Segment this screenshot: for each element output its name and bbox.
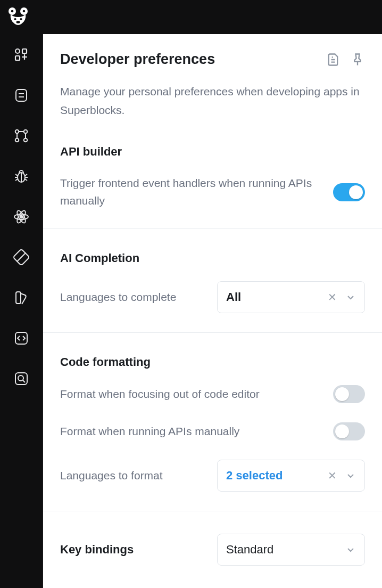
- trigger-events-label: Trigger frontend event handlers when run…: [60, 175, 318, 209]
- topbar: [0, 0, 382, 34]
- workflow-icon[interactable]: [12, 127, 30, 145]
- chevron-down-icon: [345, 292, 356, 303]
- react-icon[interactable]: [12, 208, 30, 226]
- key-bindings-label: Key bindings: [60, 541, 202, 559]
- svg-point-15: [15, 130, 19, 134]
- svg-point-17: [15, 138, 19, 142]
- svg-point-16: [24, 130, 28, 134]
- format-run-label: Format when running APIs manually: [60, 423, 318, 440]
- svg-rect-12: [16, 89, 27, 101]
- search-icon[interactable]: [12, 370, 30, 388]
- svg-line-29: [23, 380, 25, 382]
- app-logo-icon: [7, 6, 29, 28]
- svg-point-20: [20, 215, 22, 218]
- svg-point-6: [16, 21, 20, 23]
- svg-rect-9: [15, 56, 20, 60]
- api-builder-heading: API builder: [60, 145, 365, 159]
- languages-format-label: Languages to format: [60, 467, 202, 485]
- format-focus-out-label: Format when focusing out of code editor: [60, 386, 318, 403]
- page-title: Developer preferences: [60, 51, 316, 68]
- chevron-down-icon: [345, 470, 356, 481]
- svg-rect-25: [16, 292, 21, 304]
- svg-rect-27: [15, 373, 27, 385]
- clear-icon[interactable]: ✕: [326, 289, 339, 306]
- page-subtitle: Manage your personal preferences when de…: [60, 83, 365, 119]
- languages-complete-select[interactable]: All ✕: [217, 281, 365, 313]
- languages-complete-value: All: [226, 290, 319, 304]
- svg-point-28: [18, 375, 23, 381]
- preferences-panel: Developer preferences Manage your person…: [43, 34, 382, 588]
- chevron-down-icon: [345, 544, 356, 555]
- svg-point-18: [24, 138, 28, 142]
- left-sidebar: [0, 34, 43, 588]
- format-run-toggle[interactable]: [333, 422, 365, 440]
- document-icon[interactable]: [326, 52, 341, 67]
- svg-point-4: [14, 18, 16, 20]
- code-formatting-heading: Code formatting: [60, 355, 365, 369]
- key-bindings-select[interactable]: Standard: [217, 534, 365, 566]
- ai-completion-heading: AI Completion: [60, 251, 365, 265]
- bug-icon[interactable]: [12, 167, 30, 185]
- theme-icon[interactable]: [12, 248, 30, 266]
- clear-icon[interactable]: ✕: [326, 467, 339, 484]
- components-icon[interactable]: [12, 46, 30, 64]
- code-icon[interactable]: [12, 329, 30, 347]
- key-bindings-value: Standard: [226, 543, 339, 557]
- languages-complete-label: Languages to complete: [60, 289, 202, 306]
- pages-icon[interactable]: [12, 86, 30, 104]
- svg-rect-8: [22, 49, 27, 53]
- svg-point-5: [20, 18, 22, 20]
- format-focus-out-toggle[interactable]: [333, 385, 365, 403]
- languages-format-select[interactable]: 2 selected ✕: [217, 460, 365, 492]
- svg-point-7: [15, 49, 20, 53]
- svg-point-3: [23, 10, 26, 13]
- palette-icon[interactable]: [12, 289, 30, 307]
- svg-point-2: [11, 10, 14, 13]
- languages-format-value: 2 selected: [226, 469, 319, 483]
- pin-icon[interactable]: [350, 52, 365, 67]
- trigger-events-toggle[interactable]: [333, 183, 365, 201]
